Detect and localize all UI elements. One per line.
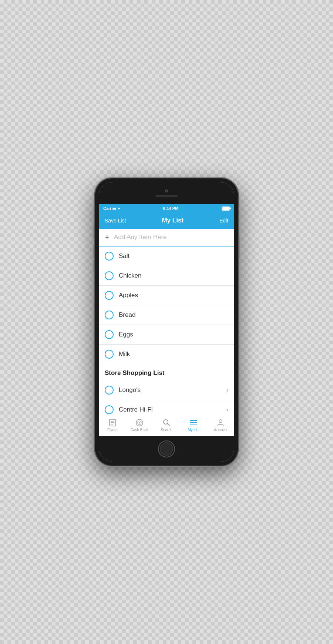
edit-button[interactable]: Edit [219,218,228,224]
list-item[interactable]: Chicken [99,266,234,286]
tab-bar: Flyers $ Cash Back Search [99,414,234,436]
tab-label-mylist: My List [188,428,199,432]
item-checkbox-chicken[interactable] [105,271,114,280]
item-checkbox-bread[interactable] [105,311,114,319]
svg-point-12 [219,420,222,423]
item-checkbox-salt[interactable] [105,252,114,261]
wifi-icon: ▾ [118,207,120,211]
item-label: Chicken [119,272,141,279]
status-bar: Carrier ▾ 6:14 PM [99,204,234,212]
save-list-button[interactable]: Save List [105,218,126,224]
grocery-list: Salt Chicken Apples Bread Eggs [99,246,234,364]
navigation-bar: Save List My List Edit [99,212,234,229]
item-label: Milk [119,350,130,358]
item-checkbox-apples[interactable] [105,291,114,300]
tab-flyers[interactable]: Flyers [99,414,126,436]
home-button[interactable] [158,440,175,457]
status-left: Carrier ▾ [103,206,120,211]
list-item[interactable]: Bread [99,305,234,325]
tab-search[interactable]: Search [153,414,180,436]
main-content: + Add Any Item Here Salt Chicken Apples [99,229,234,414]
store-item[interactable]: Centre Hi-Fi › [99,400,234,414]
chevron-right-icon: › [226,387,228,393]
tab-mylist[interactable]: My List [180,414,207,436]
list-item[interactable]: Apples [99,286,234,305]
item-checkbox-milk[interactable] [105,350,114,359]
phone-device: Carrier ▾ 6:14 PM Save List My List Edit… [94,178,239,466]
tab-label-account: Account [214,428,227,432]
tab-account[interactable]: Account [207,414,234,436]
bottom-bezel [99,436,234,462]
front-camera [165,189,168,192]
store-section-header: Store Shopping List [99,364,234,380]
add-item-row[interactable]: + Add Any Item Here [99,229,234,246]
add-plus-icon: + [105,233,110,241]
item-label: Eggs [119,331,133,338]
store-item[interactable]: Longo's › [99,380,234,400]
battery-fill [222,207,229,210]
add-item-input[interactable]: Add Any Item Here [114,234,167,241]
speaker-grille [155,195,178,197]
store-checkbox-longos[interactable] [105,386,114,395]
search-icon [162,419,171,427]
list-item[interactable]: Milk [99,345,234,364]
tab-label-flyers: Flyers [107,428,117,432]
svg-text:$: $ [139,422,141,425]
battery-icon [222,207,230,211]
item-checkbox-eggs[interactable] [105,330,114,339]
store-label: Longo's [119,386,221,394]
tab-label-cashback: Cash Back [131,428,148,432]
item-label: Salt [119,252,130,260]
tab-label-search: Search [161,428,172,432]
svg-line-8 [168,423,170,426]
chevron-right-icon: › [226,406,228,413]
account-icon [216,419,225,427]
time-display: 6:14 PM [163,206,179,211]
tab-cashback[interactable]: $ Cash Back [126,414,153,436]
list-item[interactable]: Eggs [99,325,234,345]
page-title: My List [162,217,184,224]
cashback-icon: $ [135,419,144,427]
carrier-label: Carrier [103,206,117,211]
flyers-icon [108,419,117,427]
store-checkbox-centrehifi[interactable] [105,405,114,414]
store-label: Centre Hi-Fi [119,406,221,413]
top-bezel [99,182,234,204]
list-item[interactable]: Salt [99,246,234,266]
item-label: Apples [119,292,138,299]
item-label: Bread [119,311,135,319]
store-list: Longo's › Centre Hi-Fi › Giant Tiger › P… [99,380,234,414]
phone-screen: Carrier ▾ 6:14 PM Save List My List Edit… [99,182,234,462]
mylist-icon [189,419,198,427]
